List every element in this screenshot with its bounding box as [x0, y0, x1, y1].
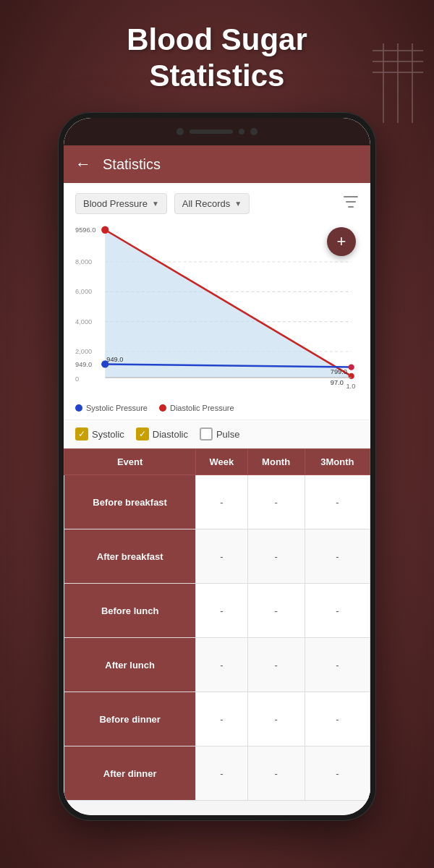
sensor-dot	[239, 129, 244, 135]
svg-point-27	[349, 373, 354, 379]
month-cell: -	[247, 746, 305, 801]
svg-text:2,000: 2,000	[75, 348, 92, 355]
event-cell: After lunch	[64, 638, 196, 692]
threemonth-cell: -	[305, 584, 370, 638]
phone-bottom	[64, 801, 370, 815]
filter-icon	[343, 194, 359, 210]
camera-dot	[176, 128, 184, 135]
svg-text:1.0: 1.0	[346, 383, 355, 390]
event-cell: After breakfast	[64, 529, 196, 584]
page-title: Blood Sugar Statistics	[127, 22, 307, 95]
svg-text:0: 0	[75, 375, 79, 383]
checkbox-row: ✓ Systolic ✓ Diastolic Pulse	[64, 420, 370, 448]
records-label: All Records	[182, 198, 230, 209]
table-row: Before lunch---	[64, 584, 370, 638]
threemonth-cell: -	[305, 692, 370, 746]
dropdown-row: Blood Pressure ▼ All Records ▼	[64, 183, 370, 220]
event-cell: Before dinner	[64, 692, 196, 746]
filter-button[interactable]	[343, 194, 359, 213]
table-row: After breakfast---	[64, 529, 370, 584]
month-cell: -	[247, 638, 305, 692]
phone-frame: ← Statistics Blood Pressure ▼ All Record…	[58, 112, 376, 821]
week-cell: -	[196, 475, 247, 529]
diastolic-checkbox[interactable]: ✓	[136, 427, 149, 441]
legend-diastolic: Diastolic Pressure	[159, 404, 234, 412]
svg-text:8,000: 8,000	[75, 258, 92, 265]
threemonth-cell: -	[305, 638, 370, 692]
event-cell: After dinner	[64, 746, 196, 801]
svg-text:949.0: 949.0	[75, 361, 92, 368]
threemonth-cell: -	[305, 529, 370, 584]
event-cell: Before breakfast	[64, 475, 196, 529]
month-cell: -	[247, 584, 305, 638]
svg-point-24	[101, 360, 109, 367]
category-label: Blood Pressure	[83, 198, 148, 209]
fab-add-button[interactable]: +	[327, 227, 356, 256]
month-cell: -	[247, 475, 305, 529]
camera-dot-2	[250, 128, 258, 135]
svg-text:9596.0: 9596.0	[75, 226, 95, 234]
systolic-checkbox[interactable]: ✓	[75, 427, 88, 441]
app-content: Blood Pressure ▼ All Records ▼ +	[64, 183, 370, 801]
svg-text:949.0: 949.0	[106, 356, 123, 363]
table-row: After lunch---	[64, 638, 370, 692]
threemonth-cell: -	[305, 746, 370, 801]
category-dropdown[interactable]: Blood Pressure ▼	[75, 193, 167, 214]
col-event: Event	[64, 449, 196, 475]
legend-systolic: Systolic Pressure	[75, 404, 148, 412]
svg-text:799.0: 799.0	[331, 368, 347, 375]
svg-point-25	[101, 226, 109, 234]
event-cell: Before lunch	[64, 584, 196, 638]
records-dropdown-arrow: ▼	[234, 200, 242, 208]
chart-container: + 9596.0 8,000 6,000 4,000 2,000 949.0 0	[64, 220, 370, 401]
month-cell: -	[247, 529, 305, 584]
table-header-row: Event Week Month 3Month	[64, 449, 370, 475]
chart-wrapper: 9596.0 8,000 6,000 4,000 2,000 949.0 0	[75, 220, 359, 393]
speaker-bar	[190, 129, 233, 134]
category-dropdown-arrow: ▼	[152, 200, 159, 208]
diastolic-checkbox-label: Diastolic	[153, 429, 188, 440]
systolic-dot	[75, 404, 82, 412]
week-cell: -	[196, 584, 247, 638]
col-month: Month	[247, 449, 305, 475]
systolic-label: Systolic Pressure	[86, 404, 148, 412]
diastolic-checkbox-item[interactable]: ✓ Diastolic	[136, 427, 188, 441]
svg-text:4,000: 4,000	[75, 318, 92, 326]
stats-table: Event Week Month 3Month Before breakfast…	[64, 448, 370, 801]
systolic-checkbox-label: Systolic	[92, 429, 124, 440]
threemonth-cell: -	[305, 475, 370, 529]
systolic-checkbox-item[interactable]: ✓ Systolic	[75, 427, 124, 441]
week-cell: -	[196, 529, 247, 584]
week-cell: -	[196, 692, 247, 746]
back-button[interactable]: ←	[75, 155, 91, 174]
records-dropdown[interactable]: All Records ▼	[174, 193, 250, 214]
pulse-checkbox[interactable]	[200, 427, 213, 441]
svg-text:6,000: 6,000	[75, 288, 92, 295]
month-cell: -	[247, 692, 305, 746]
phone-screen: ← Statistics Blood Pressure ▼ All Record…	[64, 118, 370, 815]
pulse-checkbox-label: Pulse	[216, 429, 240, 440]
week-cell: -	[196, 638, 247, 692]
table-row: Before breakfast---	[64, 475, 370, 529]
table-row: After dinner---	[64, 746, 370, 801]
pulse-checkbox-item[interactable]: Pulse	[200, 427, 240, 441]
svg-text:97.0: 97.0	[331, 379, 344, 386]
col-week: Week	[196, 449, 247, 475]
svg-point-26	[349, 364, 354, 370]
table-row: Before dinner---	[64, 692, 370, 746]
chart-legend: Systolic Pressure Diastolic Pressure	[64, 401, 370, 420]
phone-top-bar	[64, 118, 370, 145]
chart-svg: 9596.0 8,000 6,000 4,000 2,000 949.0 0	[75, 220, 359, 393]
diastolic-label: Diastolic Pressure	[170, 404, 234, 412]
week-cell: -	[196, 746, 247, 801]
app-header: ← Statistics	[64, 145, 370, 183]
diastolic-dot	[159, 404, 166, 412]
app-header-title: Statistics	[103, 156, 161, 173]
col-3month: 3Month	[305, 449, 370, 475]
